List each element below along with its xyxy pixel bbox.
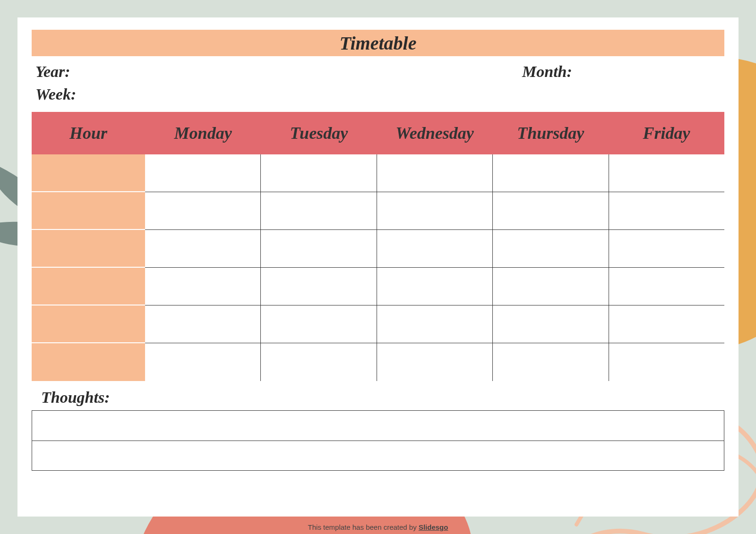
timetable: Hour Monday Tuesday Wednesday Thursday F… xyxy=(32,112,724,381)
slot-cell[interactable] xyxy=(609,154,724,192)
slot-cell[interactable] xyxy=(493,305,609,343)
year-label: Year: xyxy=(35,63,522,81)
slot-cell[interactable] xyxy=(261,192,377,230)
col-header-day: Monday xyxy=(145,123,261,143)
slot-cell[interactable] xyxy=(145,230,261,268)
col-header-hour: Hour xyxy=(32,123,145,143)
slot-cell[interactable] xyxy=(493,268,609,305)
footer: This template has been created by Slides… xyxy=(0,523,756,531)
slot-cell[interactable] xyxy=(145,192,261,230)
slot-cell[interactable] xyxy=(377,154,493,192)
col-header-day: Friday xyxy=(609,123,724,143)
footer-brand-link[interactable]: Slidesgo xyxy=(419,523,448,531)
table-row xyxy=(32,268,724,305)
slot-cell[interactable] xyxy=(609,305,724,343)
slot-cell[interactable] xyxy=(261,343,377,381)
table-row xyxy=(32,305,724,343)
timetable-header: Hour Monday Tuesday Wednesday Thursday F… xyxy=(32,112,724,154)
hour-cell[interactable] xyxy=(32,192,145,230)
hour-cell[interactable] xyxy=(32,343,145,381)
slot-cell[interactable] xyxy=(145,305,261,343)
table-row xyxy=(32,192,724,230)
slot-cell[interactable] xyxy=(261,305,377,343)
table-row xyxy=(32,154,724,192)
slot-cell[interactable] xyxy=(145,154,261,192)
col-header-day: Tuesday xyxy=(261,123,377,143)
footer-text: This template has been created by xyxy=(308,523,419,531)
week-label: Week: xyxy=(32,85,724,103)
slot-cell[interactable] xyxy=(493,192,609,230)
thoughts-label: Thoughts: xyxy=(32,389,724,407)
col-header-day: Thursday xyxy=(493,123,609,143)
slot-cell[interactable] xyxy=(609,192,724,230)
slot-cell[interactable] xyxy=(261,230,377,268)
month-label: Month: xyxy=(522,63,721,81)
slot-cell[interactable] xyxy=(377,343,493,381)
slot-cell[interactable] xyxy=(377,192,493,230)
slot-cell[interactable] xyxy=(609,230,724,268)
timetable-body xyxy=(32,154,724,381)
page-card: Timetable Year: Month: Week: Hour Monday… xyxy=(17,17,739,517)
hour-cell[interactable] xyxy=(32,268,145,305)
slot-cell[interactable] xyxy=(261,154,377,192)
col-header-day: Wednesday xyxy=(377,123,492,143)
title-bar: Timetable xyxy=(32,30,724,56)
thoughts-line[interactable] xyxy=(32,441,724,471)
slot-cell[interactable] xyxy=(609,343,724,381)
slot-cell[interactable] xyxy=(609,268,724,305)
slot-cell[interactable] xyxy=(377,230,493,268)
hour-cell[interactable] xyxy=(32,305,145,343)
slot-cell[interactable] xyxy=(145,343,261,381)
slot-cell[interactable] xyxy=(493,154,609,192)
slot-cell[interactable] xyxy=(493,343,609,381)
slot-cell[interactable] xyxy=(377,268,493,305)
hour-cell[interactable] xyxy=(32,230,145,268)
table-row xyxy=(32,343,724,381)
slot-cell[interactable] xyxy=(377,305,493,343)
hour-cell[interactable] xyxy=(32,154,145,192)
slot-cell[interactable] xyxy=(493,230,609,268)
table-row xyxy=(32,230,724,268)
slot-cell[interactable] xyxy=(145,268,261,305)
thoughts-box xyxy=(32,410,724,471)
page-title: Timetable xyxy=(340,32,417,54)
slot-cell[interactable] xyxy=(261,268,377,305)
thoughts-line[interactable] xyxy=(32,411,724,441)
meta-row: Year: Month: xyxy=(32,63,724,81)
